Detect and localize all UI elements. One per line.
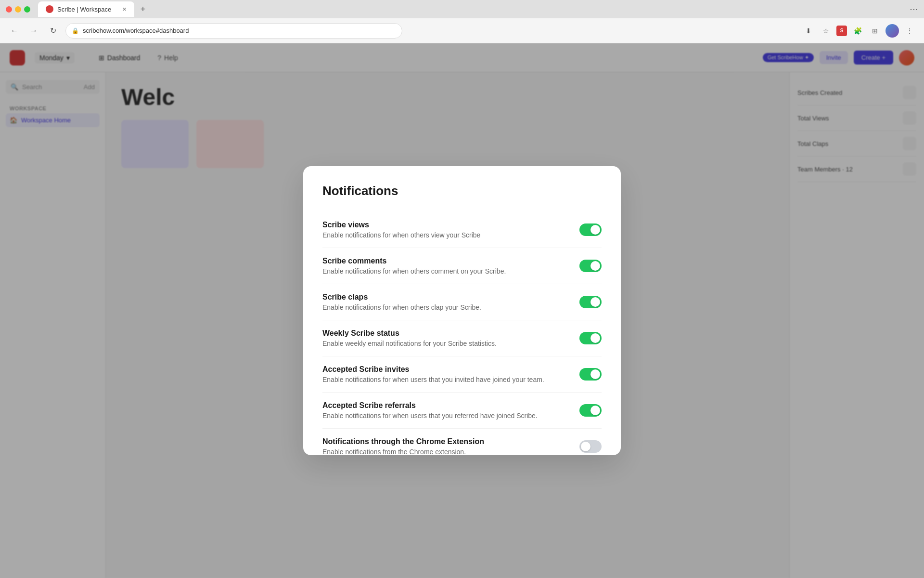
notification-title-scribe-claps: Scribe claps <box>322 293 568 302</box>
notification-title-accepted-invites: Accepted Scribe invites <box>322 365 568 374</box>
browser-actions: ⬇ ☆ S 🧩 ⊞ ⋮ <box>802 24 916 38</box>
toggle-thumb-scribe-comments <box>590 261 600 271</box>
notification-info-weekly-status: Weekly Scribe status Enable weekly email… <box>322 329 579 347</box>
toggle-thumb-scribe-claps <box>590 297 600 307</box>
notification-desc-weekly-status: Enable weekly email notifications for yo… <box>322 340 568 347</box>
toggle-track-accepted-referrals <box>579 404 602 417</box>
browser-titlebar: Scribe | Workspace ✕ + ⋯ <box>0 0 924 18</box>
notification-item-scribe-claps: Scribe claps Enable notifications for wh… <box>322 284 602 320</box>
browser-chrome: Scribe | Workspace ✕ + ⋯ ← → ↻ 🔒 scribeh… <box>0 0 924 43</box>
more-button[interactable]: ⋮ <box>903 24 916 38</box>
notification-desc-scribe-views: Enable notifications for when others vie… <box>322 231 568 239</box>
minimize-traffic-light[interactable] <box>15 6 21 13</box>
notification-info-scribe-comments: Scribe comments Enable notifications for… <box>322 257 579 275</box>
notification-items-list: Scribe views Enable notifications for wh… <box>322 212 602 464</box>
toggle-track-chrome-extension <box>579 440 602 453</box>
puzzle-icon[interactable]: 🧩 <box>851 24 864 38</box>
notification-desc-accepted-invites: Enable notifications for when users that… <box>322 376 568 383</box>
tab-bar: Scribe | Workspace ✕ + <box>38 1 906 17</box>
scribe-extension-icon[interactable]: S <box>836 26 847 36</box>
notification-item-scribe-comments: Scribe comments Enable notifications for… <box>322 248 602 284</box>
notification-title-scribe-comments: Scribe comments <box>322 257 568 265</box>
notification-item-scribe-views: Scribe views Enable notifications for wh… <box>322 212 602 248</box>
toggle-scribe-claps[interactable] <box>579 296 602 308</box>
notification-title-scribe-views: Scribe views <box>322 221 568 229</box>
url-text: scribehow.com/workspace#dashboard <box>83 27 189 34</box>
notification-info-chrome-extension: Notifications through the Chrome Extensi… <box>322 437 579 456</box>
traffic-lights <box>6 6 30 13</box>
toggle-thumb-accepted-invites <box>590 369 600 379</box>
notification-title-accepted-referrals: Accepted Scribe referrals <box>322 401 568 410</box>
toggle-track-scribe-views <box>579 223 602 236</box>
forward-button[interactable]: → <box>27 24 40 38</box>
download-button[interactable]: ⬇ <box>802 24 815 38</box>
notification-desc-chrome-extension: Enable notifications from the Chrome ext… <box>322 448 568 456</box>
bookmark-button[interactable]: ☆ <box>819 24 833 38</box>
reload-button[interactable]: ↻ <box>46 24 60 38</box>
maximize-traffic-light[interactable] <box>24 6 30 13</box>
browser-tab[interactable]: Scribe | Workspace ✕ <box>38 1 134 17</box>
modal-title: Notifications <box>322 184 602 198</box>
toggle-thumb-scribe-views <box>590 225 600 235</box>
browser-profile-icon[interactable] <box>886 24 899 38</box>
toggle-accepted-referrals[interactable] <box>579 404 602 417</box>
toggle-scribe-views[interactable] <box>579 223 602 236</box>
toggle-track-scribe-comments <box>579 260 602 272</box>
toggle-thumb-chrome-extension <box>581 442 590 451</box>
layout-button[interactable]: ⊞ <box>868 24 882 38</box>
tab-favicon <box>46 5 53 13</box>
address-bar[interactable]: 🔒 scribehow.com/workspace#dashboard <box>65 23 402 39</box>
toggle-track-weekly-status <box>579 332 602 344</box>
notification-item-weekly-status: Weekly Scribe status Enable weekly email… <box>322 320 602 356</box>
toggle-accepted-invites[interactable] <box>579 368 602 381</box>
modal-overlay[interactable]: Notifications Scribe views Enable notifi… <box>0 43 924 578</box>
toggle-track-scribe-claps <box>579 296 602 308</box>
notification-desc-accepted-referrals: Enable notifications for when users that… <box>322 412 568 420</box>
tab-close-button[interactable]: ✕ <box>122 6 127 13</box>
notification-info-scribe-views: Scribe views Enable notifications for wh… <box>322 221 579 239</box>
tab-title: Scribe | Workspace <box>57 6 111 13</box>
toggle-track-accepted-invites <box>579 368 602 381</box>
notification-item-accepted-invites: Accepted Scribe invites Enable notificat… <box>322 356 602 393</box>
close-traffic-light[interactable] <box>6 6 12 13</box>
notification-item-accepted-referrals: Accepted Scribe referrals Enable notific… <box>322 393 602 429</box>
notifications-modal: Notifications Scribe views Enable notifi… <box>303 166 621 455</box>
browser-nav: ← → ↻ 🔒 scribehow.com/workspace#dashboar… <box>0 18 924 43</box>
toggle-weekly-status[interactable] <box>579 332 602 344</box>
lock-icon: 🔒 <box>72 27 79 34</box>
notification-desc-scribe-comments: Enable notifications for when others com… <box>322 267 568 275</box>
notification-title-chrome-extension: Notifications through the Chrome Extensi… <box>322 437 568 446</box>
browser-menu-button[interactable]: ⋯ <box>910 4 918 14</box>
back-button[interactable]: ← <box>8 24 21 38</box>
notification-desc-scribe-claps: Enable notifications for when others cla… <box>322 303 568 311</box>
notification-item-chrome-extension: Notifications through the Chrome Extensi… <box>322 429 602 464</box>
notification-info-scribe-claps: Scribe claps Enable notifications for wh… <box>322 293 579 311</box>
notification-title-weekly-status: Weekly Scribe status <box>322 329 568 338</box>
toggle-thumb-accepted-referrals <box>590 406 600 415</box>
toggle-scribe-comments[interactable] <box>579 260 602 272</box>
notification-info-accepted-referrals: Accepted Scribe referrals Enable notific… <box>322 401 579 420</box>
toggle-chrome-extension[interactable] <box>579 440 602 453</box>
toggle-thumb-weekly-status <box>590 333 600 343</box>
new-tab-button[interactable]: + <box>136 2 150 16</box>
notification-info-accepted-invites: Accepted Scribe invites Enable notificat… <box>322 365 579 383</box>
